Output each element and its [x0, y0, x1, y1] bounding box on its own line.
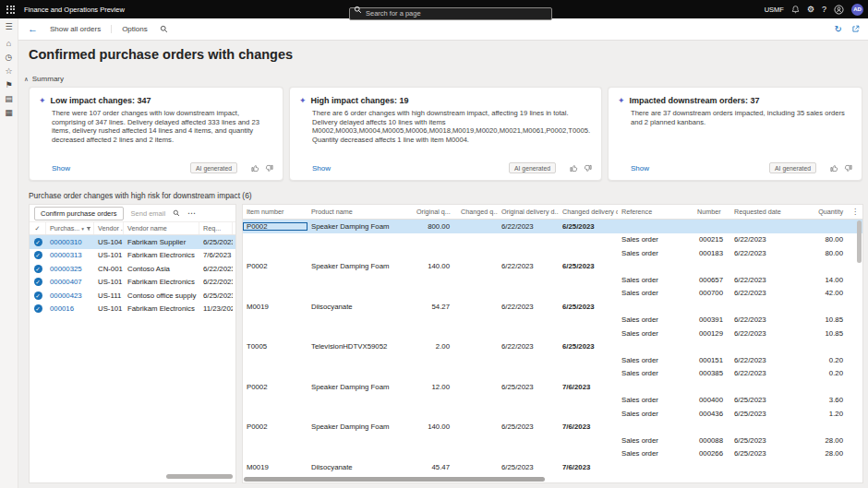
change-line-row[interactable]: Sales order0003916/22/202310.85: [243, 314, 862, 327]
change-line-row[interactable]: Sales order0004366/25/20231.20: [243, 407, 862, 421]
tab-show-all-orders[interactable]: Show all orders: [50, 25, 112, 33]
horizontal-scrollbar[interactable]: [244, 477, 545, 482]
action-pane-search-icon[interactable]: [160, 25, 168, 33]
vertical-scrollbar[interactable]: [857, 220, 862, 263]
col-vendor-account[interactable]: Vendor ...: [94, 222, 124, 234]
change-line-row[interactable]: Sales order0000886/25/202328.00: [243, 434, 862, 447]
row-select-cell[interactable]: ✓: [30, 292, 46, 300]
col-reference[interactable]: Reference: [618, 208, 693, 216]
confirm-purchase-orders-button[interactable]: Confirm purchase orders: [34, 207, 124, 220]
cell-purchase-order[interactable]: 00000313: [46, 251, 94, 259]
show-link[interactable]: Show: [631, 164, 649, 173]
row-marked-check-icon[interactable]: ✓: [34, 278, 42, 286]
row-marked-check-icon[interactable]: ✓: [34, 265, 42, 273]
purchase-order-row[interactable]: ✓00000310US-104Fabrikam Supplier6/25/202…: [30, 235, 235, 249]
change-line-row[interactable]: Sales order0007006/22/202342.00: [243, 287, 862, 301]
home-icon[interactable]: ⌂: [6, 40, 11, 48]
summary-toggle[interactable]: ∧ Summary: [24, 75, 64, 83]
row-select-cell[interactable]: ✓: [30, 278, 46, 286]
grid-options-icon[interactable]: ⋮: [233, 222, 239, 234]
select-all-check-icon[interactable]: ✓: [35, 225, 41, 232]
col-requested-date[interactable]: Req...: [199, 222, 233, 234]
change-line-row[interactable]: M0019Diisocyanate54.276/22/20236/25/2023: [243, 300, 862, 314]
cell-purchase-order[interactable]: 00000310: [46, 238, 94, 246]
thumbs-up-icon[interactable]: [251, 164, 259, 173]
purchase-order-row[interactable]: ✓000016US-101Fabrikam Electronics11/23/2…: [30, 303, 235, 316]
change-line-row[interactable]: Sales order0001516/22/20230.20: [243, 353, 862, 367]
row-marked-check-icon[interactable]: ✓: [34, 304, 42, 313]
cell-purchase-order[interactable]: 00000423: [46, 292, 94, 300]
row-select-cell[interactable]: ✓: [30, 238, 46, 246]
pinned-flag-icon[interactable]: ⚑: [5, 81, 12, 89]
recent-icon[interactable]: ◷: [6, 54, 13, 62]
cell-purchase-order[interactable]: 00000325: [46, 265, 94, 273]
open-in-new-window-icon[interactable]: [851, 25, 860, 33]
help-icon[interactable]: ?: [822, 6, 826, 14]
send-email-button[interactable]: Send email: [131, 209, 166, 218]
change-line-row[interactable]: P0002Speaker Damping Foam800.006/22/2023…: [243, 220, 862, 233]
col-changed-quantity[interactable]: Changed q...: [457, 208, 498, 216]
cell-purchase-order[interactable]: 000016: [46, 304, 94, 313]
thumbs-down-icon[interactable]: [844, 164, 852, 173]
thumbs-down-icon[interactable]: [584, 164, 592, 173]
change-line-row[interactable]: P0002Speaker Damping Foam140.006/22/2023…: [243, 260, 862, 274]
company-picker[interactable]: USMF: [765, 6, 784, 14]
purchase-order-row[interactable]: ✓00000325CN-001Contoso Asia6/22/2023: [30, 262, 235, 276]
change-line-row[interactable]: Sales order0002666/25/202328.00: [243, 447, 862, 461]
row-marked-check-icon[interactable]: ✓: [34, 292, 42, 300]
grid-search-icon[interactable]: [173, 209, 180, 217]
purchase-order-row[interactable]: ✓00000407US-101Fabrikam Electronics6/22/…: [30, 276, 235, 290]
change-line-row[interactable]: Sales order0006576/22/202314.00: [243, 273, 862, 287]
thumbs-down-icon[interactable]: [265, 164, 273, 173]
col-original-delivery-date[interactable]: Original delivery d...: [498, 208, 559, 216]
row-select-cell[interactable]: ✓: [30, 304, 46, 313]
tab-options[interactable]: Options: [122, 25, 148, 33]
cell-original-quantity: 140.00: [413, 423, 457, 431]
notifications-bell-icon[interactable]: [791, 5, 800, 14]
col-original-quantity[interactable]: Original q...: [413, 208, 457, 216]
show-link[interactable]: Show: [312, 164, 331, 173]
change-line-row[interactable]: Sales order0004006/25/20233.60: [243, 394, 862, 408]
change-line-row[interactable]: Sales order0003856/22/20230.20: [243, 367, 862, 381]
forms-icon[interactable]: ▤: [5, 95, 13, 103]
settings-gear-icon[interactable]: ⚙: [807, 6, 814, 14]
select-all-cell[interactable]: ✓: [30, 222, 46, 234]
change-line-row[interactable]: M0019Diisocyanate45.476/25/20237/6/2023: [243, 460, 862, 474]
show-link[interactable]: Show: [52, 164, 70, 173]
person-icon[interactable]: [834, 5, 844, 15]
col-requested-date[interactable]: Requested date: [730, 208, 797, 216]
col-product-name[interactable]: Product name: [307, 208, 413, 216]
avatar[interactable]: AD: [851, 4, 863, 16]
col-changed-delivery-date[interactable]: Changed delivery d...: [559, 208, 618, 216]
row-marked-check-icon[interactable]: ✓: [34, 251, 42, 259]
row-select-cell[interactable]: ✓: [30, 265, 46, 273]
row-marked-check-icon[interactable]: ✓: [34, 238, 42, 246]
change-line-row[interactable]: P0002Speaker Damping Foam12.006/25/20237…: [243, 380, 862, 394]
grid-options-icon[interactable]: ⋮: [851, 208, 859, 216]
hamburger-menu-icon[interactable]: ☰: [5, 23, 12, 31]
col-number[interactable]: Number: [693, 208, 730, 216]
thumbs-up-icon[interactable]: [570, 164, 578, 173]
modules-icon[interactable]: ▦: [5, 109, 13, 117]
col-item-number[interactable]: Item number: [243, 208, 307, 216]
cell-purchase-order[interactable]: 00000407: [46, 278, 94, 286]
waffle-menu-icon[interactable]: [5, 4, 17, 16]
change-line-row[interactable]: Sales order0002156/22/202380.00: [243, 233, 862, 247]
col-vendor-name[interactable]: Vendor name: [124, 222, 199, 234]
change-line-row[interactable]: P0002Speaker Damping Foam140.006/25/2023…: [243, 421, 862, 434]
change-line-row[interactable]: Sales order0001296/22/202310.85: [243, 327, 862, 340]
back-arrow-icon[interactable]: ←: [28, 24, 38, 34]
purchase-order-row[interactable]: ✓00000313US-101Fabrikam Electronics7/6/2…: [30, 249, 235, 263]
more-options-icon[interactable]: ⋯: [187, 209, 196, 218]
favorites-star-icon[interactable]: ☆: [5, 67, 12, 76]
purchase-order-row[interactable]: ✓00000423US-111Contoso office supply6/25…: [30, 289, 235, 303]
col-quantity[interactable]: Quantity: [797, 208, 850, 216]
col-purchase-order[interactable]: Purchas... ▾: [46, 222, 94, 234]
horizontal-scrollbar[interactable]: [166, 474, 233, 479]
global-search-input[interactable]: [349, 7, 552, 20]
change-line-row[interactable]: T0005TelevisionHDTVX590522.006/22/20236/…: [243, 340, 862, 354]
change-line-row[interactable]: Sales order0001836/22/202380.00: [243, 246, 862, 260]
thumbs-up-icon[interactable]: [830, 164, 838, 173]
refresh-icon[interactable]: ↻: [835, 25, 842, 34]
row-select-cell[interactable]: ✓: [30, 251, 46, 259]
